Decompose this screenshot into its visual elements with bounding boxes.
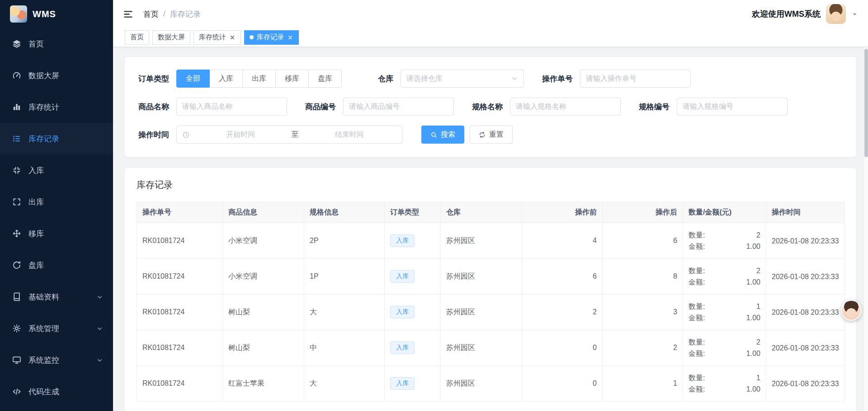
cell-warehouse: 苏州园区 <box>441 330 522 366</box>
column-header: 仓库 <box>441 202 522 223</box>
operation-no-filter: 操作单号 <box>542 70 691 88</box>
product-code-input[interactable] <box>343 98 454 116</box>
kv-label: 金额: <box>689 383 705 395</box>
cell-order-type: 入库 <box>385 366 441 402</box>
tab-label: 数据大屏 <box>158 33 185 42</box>
sidebar-item-label: 库存统计 <box>28 102 103 112</box>
caret-down-icon[interactable] <box>851 11 858 18</box>
order-type-inbound[interactable]: 入库 <box>210 70 243 88</box>
user-avatar[interactable] <box>826 4 846 24</box>
cell-warehouse: 苏州园区 <box>441 366 522 402</box>
cell-order-no: RK01081724 <box>137 330 223 366</box>
sidebar-item-label: 基础资料 <box>28 292 89 302</box>
cell-after: 8 <box>603 259 683 294</box>
kv-value: 1.00 <box>746 276 760 288</box>
cell-after: 1 <box>603 366 683 402</box>
spec-name-label: 规格名称 <box>472 102 503 112</box>
spec-name-filter: 规格名称 <box>472 98 621 116</box>
sidebar-item-system-admin[interactable]: 系统管理 <box>0 313 113 344</box>
order-type-tag: 入库 <box>390 377 415 390</box>
sidebar-item-system-monitor[interactable]: 系统监控 <box>0 344 113 376</box>
start-date-placeholder[interactable]: 开始时间 <box>193 130 288 140</box>
kv-label: 数量: <box>689 372 705 383</box>
code-icon <box>12 387 21 396</box>
cell-time: 2026-01-08 20:23:33 <box>766 294 845 330</box>
sidebar-toggle-icon[interactable] <box>123 9 133 19</box>
order-type-transfer[interactable]: 移库 <box>276 70 309 88</box>
tab-dashboard[interactable]: 数据大屏 <box>152 30 190 45</box>
table-row: RK01081724小米空调2P入库苏州园区46数量:2金额:1.002026-… <box>137 223 845 259</box>
sidebar-item-stock-records[interactable]: 库存记录 <box>0 123 113 154</box>
amount-line: 金额:1.00 <box>689 276 760 288</box>
expand-icon <box>12 197 21 206</box>
clock-icon <box>182 131 190 139</box>
tab-stock-statistics[interactable]: 库存统计 <box>193 30 241 45</box>
cell-time: 2026-01-08 20:23:33 <box>766 366 845 402</box>
sync-icon <box>12 261 21 270</box>
column-header: 操作后 <box>603 202 683 223</box>
product-code-label: 商品编号 <box>305 102 336 112</box>
reset-button[interactable]: 重置 <box>470 126 513 144</box>
warehouse-select-placeholder: 请选择仓库 <box>406 74 443 84</box>
sidebar-item-inbound[interactable]: 入库 <box>0 154 113 186</box>
kv-label: 金额: <box>689 348 705 359</box>
sidebar-item-label: 系统管理 <box>28 323 89 334</box>
tab-stock-records[interactable]: 库存记录 <box>244 30 299 45</box>
spec-name-input[interactable] <box>510 98 621 116</box>
assistant-avatar[interactable] <box>841 300 862 321</box>
cell-order-no: RK01081724 <box>137 259 223 294</box>
sidebar-item-stocktake[interactable]: 盘库 <box>0 249 113 281</box>
welcome-text: 欢迎使用WMS系统 <box>752 9 821 19</box>
filter-card: 订单类型 全部入库出库移库盘库 仓库 请选择仓库 操作单号 <box>125 57 856 157</box>
sidebar-item-base-data[interactable]: 基础资料 <box>0 281 113 313</box>
amount-line: 金额:1.00 <box>689 241 760 252</box>
tab-label: 首页 <box>130 33 144 42</box>
sidebar-item-codegen[interactable]: 代码生成 <box>0 376 113 407</box>
sidebar-item-stock-statistics[interactable]: 库存统计 <box>0 91 113 123</box>
sidebar-item-label: 库存记录 <box>28 134 103 144</box>
scrollbar-thumb[interactable] <box>864 49 868 157</box>
kv-value: 1.00 <box>746 241 760 252</box>
cell-time: 2026-01-08 20:23:33 <box>766 330 845 366</box>
cell-product: 树山梨 <box>223 330 304 366</box>
sidebar-item-home[interactable]: 首页 <box>0 28 113 60</box>
order-type-stocktake[interactable]: 盘库 <box>309 70 342 88</box>
table-row: RK01081724树山梨大入库苏州园区23数量:1金额:1.002026-01… <box>137 294 845 330</box>
table-row: RK01081724树山梨中入库苏州园区02数量:2金额:1.002026-01… <box>137 330 845 366</box>
operation-no-input[interactable] <box>580 70 691 88</box>
operation-time-label: 操作时间 <box>138 130 169 140</box>
sidebar-item-label: 入库 <box>28 165 103 176</box>
cell-qty-amount: 数量:2金额:1.00 <box>683 259 766 294</box>
table-row: RK01081724小米空调1P入库苏州园区68数量:2金额:1.002026-… <box>137 259 845 294</box>
sidebar-item-dashboard[interactable]: 数据大屏 <box>0 60 113 91</box>
column-header: 商品信息 <box>223 202 304 223</box>
active-tab-dot <box>250 35 254 39</box>
close-icon[interactable] <box>229 34 236 41</box>
date-range-picker[interactable]: 开始时间 至 结束时间 <box>176 126 402 144</box>
sidebar-item-label: 系统监控 <box>28 355 89 365</box>
sidebar-item-outbound[interactable]: 出库 <box>0 186 113 218</box>
cell-qty-amount: 数量:1金额:1.00 <box>683 366 766 402</box>
cell-warehouse: 苏州园区 <box>441 223 522 259</box>
order-type-filter: 订单类型 全部入库出库移库盘库 <box>138 70 342 88</box>
column-header: 订单类型 <box>385 202 441 223</box>
filter-row-1: 订单类型 全部入库出库移库盘库 仓库 请选择仓库 操作单号 <box>138 70 843 88</box>
breadcrumb-home[interactable]: 首页 <box>143 9 159 19</box>
order-type-outbound[interactable]: 出库 <box>243 70 276 88</box>
spec-code-input[interactable] <box>677 98 788 116</box>
warehouse-select[interactable]: 请选择仓库 <box>401 70 524 88</box>
chevron-down-icon <box>96 325 103 332</box>
quantity-line: 数量:2 <box>689 265 760 276</box>
list-icon <box>12 134 21 143</box>
order-type-all[interactable]: 全部 <box>176 70 210 88</box>
scrollbar-track[interactable] <box>863 47 868 411</box>
filter-row-3: 操作时间 开始时间 至 结束时间 搜索 重置 <box>138 126 843 144</box>
close-icon[interactable] <box>287 34 293 41</box>
search-button[interactable]: 搜索 <box>421 126 464 144</box>
tab-home[interactable]: 首页 <box>125 30 149 45</box>
operation-time-filter: 操作时间 开始时间 至 结束时间 <box>138 126 402 144</box>
kv-value: 1.00 <box>746 383 760 395</box>
sidebar-item-transfer[interactable]: 移库 <box>0 218 113 249</box>
product-name-input[interactable] <box>176 98 287 116</box>
end-date-placeholder[interactable]: 结束时间 <box>302 130 397 140</box>
